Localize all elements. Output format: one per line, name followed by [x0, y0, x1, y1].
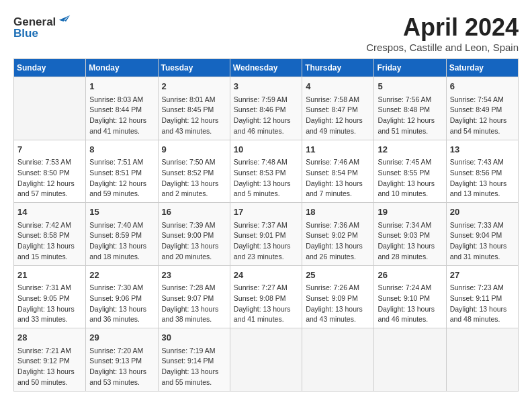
- day-info-line: Sunset: 8:58 PM: [17, 230, 82, 241]
- day-info-line: Daylight: 13 hours: [234, 179, 298, 189]
- day-info-line: Sunset: 9:03 PM: [378, 230, 442, 241]
- day-number: 2: [162, 80, 226, 93]
- calendar-header-cell: Thursday: [302, 59, 374, 77]
- day-number: 19: [378, 205, 442, 219]
- day-info-line: and 48 minutes.: [450, 314, 515, 325]
- day-info-line: Sunrise: 7:36 AM: [306, 220, 370, 231]
- day-info-line: and 49 minutes.: [306, 126, 370, 137]
- calendar-week-row: 28Sunrise: 7:21 AMSunset: 9:12 PMDayligh…: [14, 328, 519, 392]
- day-info-line: Sunset: 8:59 PM: [89, 230, 154, 241]
- calendar-cell: 22Sunrise: 7:30 AMSunset: 9:06 PMDayligh…: [86, 265, 158, 328]
- day-info-line: and 43 minutes.: [162, 126, 226, 137]
- day-number: 30: [162, 331, 226, 345]
- calendar-cell: 28Sunrise: 7:21 AMSunset: 9:12 PMDayligh…: [14, 328, 86, 392]
- logo-blue-text: Blue: [13, 27, 38, 40]
- title-area: April 2024 Crespos, Castille and Leon, S…: [366, 13, 519, 53]
- day-info-line: Daylight: 13 hours: [450, 304, 515, 315]
- day-info-line: Sunset: 9:12 PM: [17, 356, 82, 367]
- day-info-line: Sunrise: 7:39 AM: [162, 220, 226, 231]
- day-info-line: and 31 minutes.: [450, 252, 515, 263]
- day-number: 6: [450, 80, 515, 93]
- day-info-line: Sunrise: 7:28 AM: [162, 283, 226, 293]
- month-title: April 2024: [366, 13, 519, 42]
- day-info-line: Sunrise: 7:21 AM: [17, 346, 82, 357]
- calendar-cell: 6Sunrise: 7:54 AMSunset: 8:49 PMDaylight…: [446, 77, 518, 140]
- day-info-line: Sunrise: 7:20 AM: [89, 346, 154, 357]
- day-info-line: Daylight: 12 hours: [450, 116, 515, 126]
- day-info-line: and 43 minutes.: [306, 314, 370, 325]
- calendar-cell: [446, 328, 518, 392]
- day-number: 18: [306, 205, 370, 219]
- calendar-header-cell: Friday: [374, 59, 446, 77]
- day-info-line: Sunrise: 7:24 AM: [378, 283, 442, 293]
- day-info-line: Sunrise: 7:37 AM: [234, 220, 298, 231]
- day-info-line: and 7 minutes.: [306, 189, 370, 199]
- day-info-line: and 41 minutes.: [89, 126, 154, 137]
- day-info-line: Sunrise: 7:48 AM: [234, 157, 298, 168]
- day-info-line: Sunset: 9:13 PM: [89, 356, 154, 367]
- day-number: 13: [450, 143, 515, 156]
- calendar-week-row: 7Sunrise: 7:53 AMSunset: 8:50 PMDaylight…: [14, 140, 519, 203]
- day-info-line: Sunset: 8:50 PM: [17, 168, 82, 179]
- day-number: 24: [234, 269, 298, 282]
- day-info-line: Sunset: 8:54 PM: [306, 168, 370, 179]
- header: General Blue April 2024 Crespos, Castill…: [13, 13, 519, 53]
- day-info-line: Sunset: 8:51 PM: [89, 168, 154, 179]
- day-number: 20: [450, 205, 515, 219]
- day-info-line: Sunset: 9:07 PM: [162, 293, 226, 304]
- day-number: 10: [234, 143, 298, 156]
- day-number: 21: [17, 269, 82, 282]
- day-info-line: Sunset: 8:55 PM: [378, 168, 442, 179]
- day-info-line: Daylight: 13 hours: [162, 304, 226, 315]
- day-info-line: Sunset: 8:48 PM: [378, 105, 442, 116]
- day-info-line: Daylight: 13 hours: [378, 179, 442, 189]
- calendar-header-cell: Saturday: [446, 59, 518, 77]
- day-info-line: Daylight: 13 hours: [378, 241, 442, 252]
- day-info-line: Daylight: 12 hours: [234, 116, 298, 126]
- calendar-cell: 8Sunrise: 7:51 AMSunset: 8:51 PMDaylight…: [86, 140, 158, 203]
- day-info-line: Sunrise: 7:53 AM: [17, 157, 82, 168]
- day-info-line: and 53 minutes.: [89, 377, 154, 388]
- day-number: 1: [89, 80, 154, 93]
- day-number: 16: [162, 205, 226, 219]
- day-info-line: Daylight: 13 hours: [306, 304, 370, 315]
- calendar-cell: 23Sunrise: 7:28 AMSunset: 9:07 PMDayligh…: [158, 265, 230, 328]
- day-info-line: Sunrise: 7:27 AM: [234, 283, 298, 293]
- day-info-line: and 57 minutes.: [17, 189, 82, 199]
- day-info-line: and 20 minutes.: [162, 252, 226, 263]
- day-info-line: Sunset: 8:46 PM: [234, 105, 298, 116]
- day-info-line: Daylight: 12 hours: [306, 116, 370, 126]
- calendar-cell: 29Sunrise: 7:20 AMSunset: 9:13 PMDayligh…: [86, 328, 158, 392]
- calendar-cell: [230, 328, 302, 392]
- day-info-line: Sunset: 9:06 PM: [89, 293, 154, 304]
- calendar-cell: 17Sunrise: 7:37 AMSunset: 9:01 PMDayligh…: [230, 203, 302, 266]
- day-info-line: Sunset: 9:01 PM: [234, 230, 298, 241]
- day-number: 7: [17, 143, 82, 156]
- day-number: 26: [378, 269, 442, 282]
- calendar-cell: 7Sunrise: 7:53 AMSunset: 8:50 PMDaylight…: [14, 140, 86, 203]
- calendar-cell: 19Sunrise: 7:34 AMSunset: 9:03 PMDayligh…: [374, 203, 446, 266]
- day-number: 23: [162, 269, 226, 282]
- calendar-cell: 12Sunrise: 7:45 AMSunset: 8:55 PMDayligh…: [374, 140, 446, 203]
- logo-bird-icon: [57, 13, 72, 31]
- day-info-line: Sunrise: 7:45 AM: [378, 157, 442, 168]
- day-info-line: Daylight: 13 hours: [450, 241, 515, 252]
- day-info-line: Sunset: 8:47 PM: [306, 105, 370, 116]
- day-info-line: Sunrise: 7:34 AM: [378, 220, 442, 231]
- calendar-header-row: SundayMondayTuesdayWednesdayThursdayFrid…: [14, 59, 519, 77]
- day-info-line: Daylight: 13 hours: [17, 304, 82, 315]
- day-info-line: Daylight: 13 hours: [450, 179, 515, 189]
- day-info-line: Sunset: 9:05 PM: [17, 293, 82, 304]
- day-info-line: Daylight: 13 hours: [234, 241, 298, 252]
- calendar-cell: [374, 328, 446, 392]
- day-info-line: and 10 minutes.: [378, 189, 442, 199]
- day-info-line: Daylight: 13 hours: [89, 304, 154, 315]
- calendar-header-cell: Wednesday: [230, 59, 302, 77]
- day-info-line: and 33 minutes.: [17, 314, 82, 325]
- day-number: 29: [89, 331, 154, 345]
- day-info-line: Sunset: 8:53 PM: [234, 168, 298, 179]
- day-info-line: and 46 minutes.: [378, 314, 442, 325]
- day-info-line: and 28 minutes.: [378, 252, 442, 263]
- calendar-cell: 9Sunrise: 7:50 AMSunset: 8:52 PMDaylight…: [158, 140, 230, 203]
- calendar-header-cell: Tuesday: [158, 59, 230, 77]
